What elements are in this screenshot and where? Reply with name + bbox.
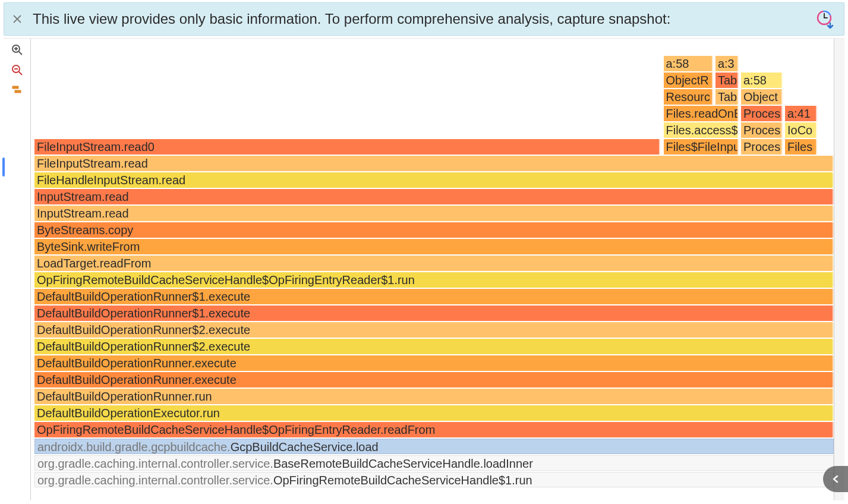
flame-frame[interactable]: DefaultBuildOperationRunner.execute [34, 372, 834, 388]
flame-frame[interactable]: Proces [741, 139, 783, 155]
flame-frame-root[interactable]: androidx.build.gradle.gcpbuildcache.GcpB… [34, 439, 834, 454]
flame-frame[interactable]: DefaultBuildOperationRunner$2.execute [34, 339, 834, 354]
flame-frame[interactable]: Files.access$4 [664, 122, 739, 138]
flame-frame-root[interactable]: org.gradle.caching.internal.controller.s… [34, 472, 834, 487]
scrollbar[interactable] [834, 39, 844, 500]
flame-frame[interactable]: Proces [741, 122, 783, 138]
flame-frame[interactable]: a:41 [785, 106, 817, 121]
svg-rect-13 [12, 86, 18, 89]
svg-line-11 [19, 72, 22, 75]
banner-message: This live view provides only basic infor… [33, 11, 806, 27]
flame-chart[interactable]: a:58a:3ObjectRTaba:58ResourcTabObjectFil… [31, 39, 834, 500]
flame-frame[interactable]: Resourc [664, 89, 713, 105]
flame-frame[interactable]: FileInputStream.read [34, 156, 834, 171]
flame-frame[interactable]: ByteSink.writeFrom [34, 239, 834, 254]
close-icon[interactable] [10, 12, 24, 26]
zoom-out-icon[interactable] [10, 62, 25, 78]
flame-frame[interactable]: ObjectR [664, 73, 713, 88]
flame-frame[interactable]: DefaultBuildOperationRunner.execute [34, 355, 834, 371]
flame-frame[interactable]: Tab [715, 89, 739, 105]
flame-frame[interactable]: IoCo [785, 122, 817, 138]
flame-frame[interactable]: DefaultBuildOperationRunner$1.execute [34, 305, 834, 321]
flame-frame[interactable]: Files [785, 139, 817, 155]
flame-frame[interactable]: LoadTarget.readFrom [34, 256, 834, 271]
flame-frame[interactable]: DefaultBuildOperationRunner$2.execute [34, 322, 834, 338]
capture-snapshot-icon[interactable] [814, 9, 834, 29]
gutter-mark [2, 158, 5, 177]
flame-frame[interactable]: a:58 [664, 56, 713, 71]
live-view-banner: This live view provides only basic infor… [4, 2, 844, 36]
flame-frame-root[interactable]: org.gradle.caching.internal.controller.s… [34, 455, 834, 471]
flame-frame[interactable]: OpFiringRemoteBuildCacheServiceHandle$Op… [34, 272, 834, 288]
flame-frame[interactable]: InputStream.read [34, 189, 834, 204]
flame-frame[interactable]: OpFiringRemoteBuildCacheServiceHandle$Op… [34, 422, 834, 437]
flame-frame[interactable]: FileHandleInputStream.read [34, 172, 834, 188]
flame-frame[interactable]: ByteStreams.copy [34, 222, 834, 238]
flame-frame[interactable]: DefaultBuildOperationExecutor.run [34, 405, 834, 421]
svg-line-7 [19, 52, 22, 55]
flame-frame[interactable]: DefaultBuildOperationRunner.run [34, 389, 834, 404]
tree-view-icon[interactable] [10, 83, 25, 98]
flame-frame[interactable]: InputStream.read [34, 206, 834, 221]
zoom-in-icon[interactable] [10, 42, 25, 58]
expand-icon[interactable] [823, 466, 848, 492]
flame-frame[interactable]: a:58 [741, 73, 783, 88]
flame-frame[interactable]: a:3 [715, 56, 739, 71]
flame-frame[interactable]: Tab [715, 73, 739, 88]
svg-rect-14 [15, 90, 21, 93]
flame-frame[interactable]: Files.readOnE [664, 106, 739, 121]
flame-frame[interactable]: FileInputStream.read0 [34, 139, 660, 155]
flame-frame[interactable]: DefaultBuildOperationRunner$1.execute [34, 289, 834, 304]
flame-frame[interactable]: Object [741, 89, 783, 105]
flame-frame[interactable]: Files$FileInpu [664, 139, 739, 155]
flame-frame[interactable]: Proces [741, 106, 783, 121]
flame-toolbar [4, 39, 31, 500]
